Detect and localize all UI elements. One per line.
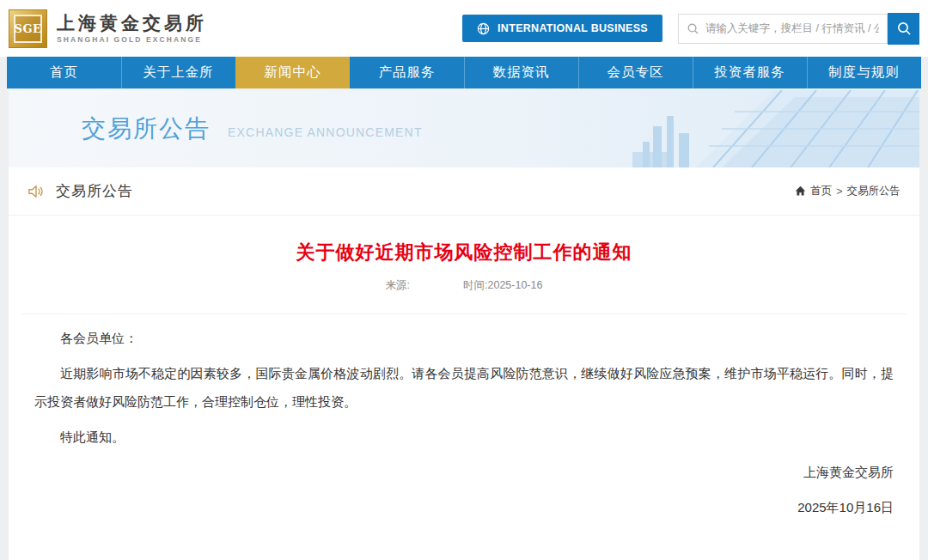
announcement-banner: 交易所公告 EXCHANGE ANNOUNCEMENT (9, 90, 919, 167)
nav-item-home[interactable]: 首页 (7, 57, 121, 88)
home-icon (795, 186, 806, 197)
search-submit-button[interactable] (888, 13, 919, 45)
article-title: 关于做好近期市场风险控制工作的通知 (34, 240, 894, 265)
search-icon (687, 22, 699, 35)
nav-item-products[interactable]: 产品服务 (350, 57, 464, 88)
building-graphic (438, 90, 919, 167)
nav-item-news-center[interactable]: 新闻中心 (235, 57, 350, 88)
sge-logo[interactable]: SGE 上海黄金交易所 SHANGHAI GOLD EXCHANGE (9, 9, 207, 48)
international-business-button[interactable]: INTERNATIONAL BUSINESS (462, 15, 662, 42)
article-source-label: 来源: (386, 279, 410, 291)
article-signature: 上海黄金交易所 (34, 459, 894, 486)
breadcrumb-current: 交易所公告 (847, 184, 901, 198)
search-submit-icon (896, 21, 912, 36)
main-nav: 首页 关于上金所 新闻中心 产品服务 数据资讯 会员专区 投资者服务 制度与规则 (7, 57, 921, 88)
section-header: 交易所公告 首页 > 交易所公告 (9, 167, 919, 216)
banner-title-cn: 交易所公告 (82, 113, 211, 145)
search-input[interactable] (705, 22, 879, 34)
nav-item-investor-services[interactable]: 投资者服务 (693, 57, 807, 88)
article-paragraph: 特此通知。 (34, 423, 894, 451)
logo-title-cn: 上海黄金交易所 (57, 13, 207, 33)
speaker-icon (27, 184, 45, 199)
sge-logo-icon: SGE (9, 9, 47, 48)
breadcrumb-home[interactable]: 首页 (810, 184, 832, 198)
article-date: 2025年10月16日 (34, 494, 894, 521)
article: 关于做好近期市场风险控制工作的通知 来源:时间:2025-10-16 各会员单位… (9, 216, 919, 522)
top-header: SGE 上海黄金交易所 SHANGHAI GOLD EXCHANGE INTER… (0, 0, 928, 57)
international-business-label: INTERNATIONAL BUSINESS (498, 22, 648, 34)
globe-icon (477, 22, 490, 35)
article-meta: 来源:时间:2025-10-16 (34, 278, 894, 293)
article-paragraph: 各会员单位： (34, 325, 894, 352)
search-box (678, 14, 888, 44)
breadcrumb: 首页 > 交易所公告 (795, 184, 901, 198)
breadcrumb-separator: > (836, 186, 842, 198)
article-body: 各会员单位： 近期影响市场不稳定的因素较多，国际贵金属价格波动剧烈。请各会员提高… (34, 325, 894, 522)
section-title: 交易所公告 (56, 181, 133, 201)
nav-item-rules[interactable]: 制度与规则 (807, 57, 921, 88)
nav-item-about[interactable]: 关于上金所 (121, 57, 235, 88)
article-time-value: 2025-10-16 (488, 279, 543, 291)
nav-item-members[interactable]: 会员专区 (578, 57, 693, 88)
banner-title-en: EXCHANGE ANNOUNCEMENT (228, 125, 423, 139)
article-time-label: 时间: (463, 279, 487, 291)
logo-title-en: SHANGHAI GOLD EXCHANGE (57, 35, 207, 44)
article-paragraph: 近期影响市场不稳定的因素较多，国际贵金属价格波动剧烈。请各会员提高风险防范意识，… (34, 360, 894, 416)
meta-divider (21, 313, 907, 314)
content-card: 交易所公告 首页 > 交易所公告 关于做好近期市场风险控制工作的通知 来源:时间… (9, 167, 919, 560)
nav-item-data[interactable]: 数据资讯 (464, 57, 578, 88)
